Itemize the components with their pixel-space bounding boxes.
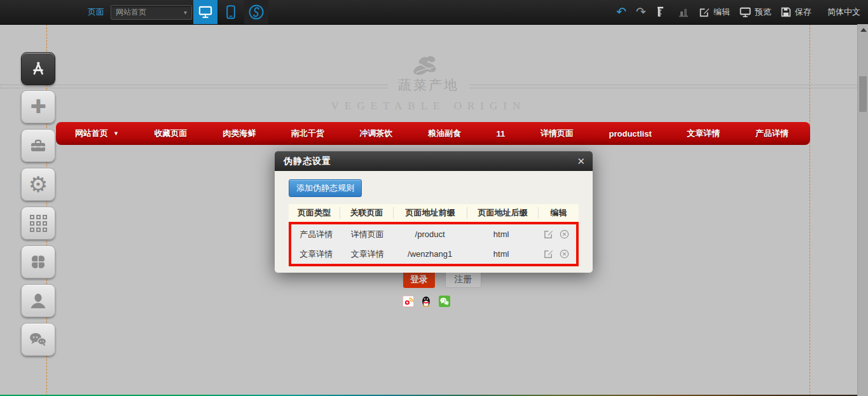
smartphone-icon	[226, 5, 235, 19]
page-select-value: 网站首页	[116, 7, 146, 18]
nav-item-detail-page[interactable]: 详情页面	[541, 128, 574, 139]
desktop-view-button[interactable]	[193, 0, 217, 24]
nav-item-meat-seafood[interactable]: 肉类海鲜	[223, 128, 256, 139]
cell-linked-page: 文章详情	[341, 249, 394, 260]
edit-rule-icon[interactable]	[544, 249, 553, 259]
nav-item-favorites[interactable]: 收藏页面	[155, 128, 188, 139]
pseudo-static-dialog: 伪静态设置 ✕ 添加伪静态规则 页面类型 关联页面 页面地址前缀 页面地址后缀 …	[275, 151, 593, 273]
pencil-square-icon	[699, 7, 710, 18]
edit-button[interactable]: 编辑	[699, 6, 730, 18]
chevron-down-icon: ▾	[184, 9, 187, 16]
edit-rule-icon[interactable]	[544, 229, 553, 239]
table-row: 产品详情 详情页面 /product html	[291, 224, 576, 244]
cell-url-suffix: html	[466, 249, 536, 259]
login-button[interactable]: 登录	[403, 271, 435, 288]
dialog-body: 添加伪静态规则 页面类型 关联页面 页面地址前缀 页面地址后缀 编辑 产品详情 …	[275, 171, 593, 273]
cell-url-suffix: html	[466, 229, 536, 239]
save-button[interactable]: 保存	[781, 6, 811, 18]
redo-icon[interactable]: ↷	[636, 0, 646, 24]
col-linked-page: 关联页面	[340, 207, 393, 219]
monitor-icon	[740, 7, 751, 18]
nav-item-dry-goods[interactable]: 南北干货	[291, 128, 324, 139]
preview-label: 预览	[755, 6, 771, 18]
sidebar-item-settings[interactable]: ⚙	[21, 168, 55, 201]
s-curve-icon	[248, 4, 265, 20]
register-button[interactable]: 注册	[445, 271, 481, 288]
site-title: 蔬菜产地	[0, 76, 857, 94]
save-label: 保存	[795, 6, 811, 18]
add-rule-button[interactable]: 添加伪静态规则	[289, 179, 362, 197]
col-url-suffix: 页面地址后缀	[467, 207, 538, 219]
ruler-icon[interactable]	[656, 6, 668, 18]
col-page-type: 页面类型	[289, 207, 340, 219]
top-toolbar: 页面 网站首页 ▾	[0, 0, 868, 25]
nav-item-tea-drinks[interactable]: 冲调茶饮	[359, 128, 392, 139]
language-switcher[interactable]: 简体中文	[827, 6, 860, 18]
mobile-view-button[interactable]	[219, 0, 243, 24]
qq-icon[interactable]	[420, 296, 432, 307]
table-row: 文章详情 文章详情 /wenzhang1 html	[291, 244, 576, 264]
col-actions: 编辑	[538, 207, 579, 219]
delete-rule-icon[interactable]	[560, 249, 569, 259]
sidebar-item-toolbox[interactable]	[21, 129, 55, 162]
sidebar-item-messages[interactable]	[21, 323, 55, 356]
sidebar-item-modules-grid[interactable]	[21, 207, 55, 240]
nav-item-productlist[interactable]: productlist	[609, 129, 652, 139]
sidebar-item-plugins[interactable]	[21, 245, 55, 278]
cell-url-prefix: /wenzhang1	[394, 249, 466, 259]
cell-linked-page: 详情页面	[341, 229, 394, 240]
save-icon	[781, 7, 791, 17]
grid-icon	[30, 215, 47, 232]
user-icon	[29, 292, 47, 309]
vertical-scrollbar[interactable]	[857, 24, 868, 396]
dialog-titlebar[interactable]: 伪静态设置 ✕	[275, 151, 593, 171]
editor-stage: 蔬菜产地 VEGETABLE ORIGIN 网站首页▼ 收藏页面 肉类海鲜 南北…	[0, 0, 868, 396]
dialog-title: 伪静态设置	[284, 156, 331, 167]
delete-rule-icon[interactable]	[560, 229, 569, 239]
weibo-icon[interactable]	[403, 296, 414, 307]
col-url-prefix: 页面地址前缀	[393, 207, 467, 219]
chevron-down-icon: ▼	[113, 130, 119, 137]
nav-item-grain-oil[interactable]: 粮油副食	[428, 128, 461, 139]
sidebar-item-design-apps[interactable]	[21, 52, 55, 85]
cell-page-type: 产品详情	[291, 229, 341, 240]
edit-label: 编辑	[713, 6, 730, 18]
site-subtitle: VEGETABLE ORIGIN	[0, 100, 857, 113]
gear-icon: ⚙	[29, 174, 48, 195]
chat-bubbles-icon	[29, 331, 48, 348]
plus-icon: ✚	[30, 97, 46, 116]
adaptive-view-button[interactable]	[244, 0, 268, 24]
clover-icon	[29, 253, 47, 271]
rules-table: 页面类型 关联页面 页面地址前缀 页面地址后缀 编辑 产品详情 详情页面 /pr…	[289, 204, 579, 266]
undo-icon[interactable]: ↶	[616, 0, 626, 24]
preview-button[interactable]: 预览	[740, 6, 771, 18]
scrollbar-thumb[interactable]	[859, 76, 867, 112]
nav-item-product-detail[interactable]: 产品详情	[755, 128, 789, 139]
toolbox-icon	[29, 138, 47, 153]
stats-icon[interactable]	[678, 6, 689, 18]
page-label: 页面	[88, 6, 104, 18]
sidebar-item-add-module[interactable]: ✚	[21, 90, 55, 123]
nav-item-article-detail[interactable]: 文章详情	[687, 128, 720, 139]
app-store-icon	[29, 60, 47, 77]
nav-item-home[interactable]: 网站首页▼	[75, 128, 119, 139]
sidebar-item-profile[interactable]	[21, 284, 55, 317]
wechat-icon[interactable]	[439, 296, 450, 307]
scroll-up-icon[interactable]	[860, 28, 867, 32]
page-select[interactable]: 网站首页 ▾	[111, 5, 192, 20]
close-icon[interactable]: ✕	[577, 151, 585, 171]
monitor-icon	[198, 6, 212, 18]
cell-url-prefix: /product	[394, 229, 466, 239]
cell-page-type: 文章详情	[291, 249, 341, 260]
rules-highlight-box: 产品详情 详情页面 /product html	[289, 222, 579, 266]
site-navbar: 网站首页▼ 收藏页面 肉类海鲜 南北干货 冲调茶饮 粮油副食 11 详情页面 p…	[56, 122, 810, 145]
rules-table-header: 页面类型 关联页面 页面地址前缀 页面地址后缀 编辑	[289, 204, 579, 222]
nav-item-11[interactable]: 11	[497, 129, 506, 139]
